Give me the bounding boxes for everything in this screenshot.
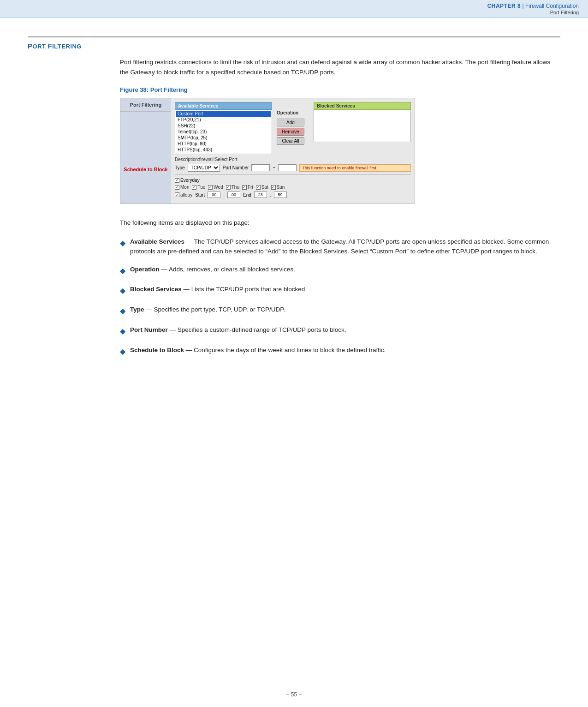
figure-right-col: Available Services Custom Port FTP(20,21… [171, 98, 415, 204]
diamond-icon-4: ◆ [120, 306, 125, 317]
end-hour-input[interactable] [254, 192, 267, 198]
desc-available-services: — The TCP/UDP services allowed access to… [130, 238, 549, 255]
term-available-services: Available Services [130, 238, 184, 245]
diamond-icon-3: ◆ [120, 285, 125, 297]
section-title: PORT FILTERING [28, 42, 82, 50]
intro-paragraph: Port filtering restricts connections to … [120, 57, 560, 77]
everyday-checkbox-label[interactable]: Everyday [175, 178, 200, 183]
services-row: Available Services Custom Port FTP(20,21… [175, 102, 411, 154]
chapter-label: CHAPTER 8 [487, 3, 521, 9]
term-type: Type [130, 306, 144, 313]
available-services-list[interactable]: Custom Port FTP(20,21) SSH(22) Telnet(tc… [175, 110, 272, 154]
days-row: Mon Tue Wed Thu [175, 185, 411, 190]
fri-checkbox[interactable] [242, 185, 247, 190]
diamond-icon-5: ◆ [120, 326, 125, 337]
end-min-input[interactable] [274, 192, 287, 198]
term-operation: Operation [130, 266, 160, 273]
bullet-text-1: Available Services — The TCP/UDP service… [130, 237, 560, 257]
bullet-available-services: ◆ Available Services — The TCP/UDP servi… [120, 237, 560, 257]
description-label: Description:firewall:Select Port [175, 157, 238, 162]
port-filtering-label: Port Filtering [120, 98, 171, 112]
header-subtitle: Port Filtering [550, 10, 579, 15]
everyday-checkbox[interactable] [175, 178, 179, 183]
desc-operation: — Adds, removes, or clears all blocked s… [160, 266, 295, 273]
operation-header: Operation [277, 110, 309, 115]
sat-label[interactable]: Sat [256, 185, 268, 190]
diamond-icon-2: ◆ [120, 265, 125, 277]
remove-button[interactable]: Remove [277, 128, 304, 136]
schedule-section: Everyday Mon Tue [175, 174, 411, 198]
type-select[interactable]: TCP/UDP TCP UDP [188, 164, 220, 172]
everyday-row: Everyday [175, 178, 411, 183]
blocked-services-header: Blocked Services [314, 102, 411, 110]
port-from-input[interactable] [251, 164, 270, 171]
service-item-ftp[interactable]: FTP(20,21) [176, 117, 271, 123]
fri-label[interactable]: Fri [242, 185, 253, 190]
figure-box: Port Filtering Schedule to Block Availab… [120, 98, 415, 204]
bullet-schedule-to-block: ◆ Schedule to Block — Configures the day… [120, 346, 560, 358]
mon-label[interactable]: Mon [175, 185, 189, 190]
wed-label[interactable]: Wed [208, 185, 223, 190]
desc-blocked-services: — Lists the TCP/UDP ports that are block… [182, 286, 305, 293]
tilde-separator: ~ [273, 165, 275, 170]
desc-port-number: — Specifies a custom-defined range of TC… [168, 326, 346, 333]
desc-type: — Specifies the port type, TCP, UDP, or … [144, 306, 285, 313]
term-port-number: Port Number [130, 326, 168, 333]
main-content: PORT FILTERING Port filtering restricts … [0, 18, 588, 394]
port-number-label: Port Number [223, 165, 249, 170]
clear-all-button[interactable]: Clear All [277, 137, 304, 145]
bullet-port-number: ◆ Port Number — Specifies a custom-defin… [120, 325, 560, 337]
bullet-text-5: Port Number — Specifies a custom-defined… [130, 325, 346, 335]
page-header: CHAPTER 8 | Firewall Configuration Port … [0, 0, 588, 18]
blocked-services-box: Blocked Services [314, 102, 411, 154]
start-hour-input[interactable] [208, 192, 220, 198]
add-button[interactable]: Add [277, 119, 304, 126]
bullet-text-6: Schedule to Block — Configures the days … [130, 346, 386, 355]
time-row: allday Start : End : [175, 192, 411, 198]
following-items-text: The following items are displayed on thi… [120, 218, 560, 228]
schedule-label: Schedule to Block [120, 163, 171, 176]
sun-label[interactable]: Sun [271, 185, 285, 190]
blocked-services-list [314, 110, 411, 142]
type-row: Type TCP/UDP TCP UDP Port Number ~ This … [175, 164, 411, 172]
figure-left-col: Port Filtering Schedule to Block [120, 98, 171, 204]
tue-label[interactable]: Tue [192, 185, 205, 190]
start-min-input[interactable] [227, 192, 240, 198]
warning-box: This function need to enable firewall fi… [299, 164, 411, 172]
bullet-text-2: Operation — Adds, removes, or clears all… [130, 265, 295, 275]
bullet-list: ◆ Available Services — The TCP/UDP servi… [120, 237, 560, 358]
type-label: Type [175, 165, 185, 170]
wed-checkbox[interactable] [208, 185, 213, 190]
term-blocked-services: Blocked Services [130, 286, 182, 293]
operation-col: Operation Add Remove Clear All [277, 102, 309, 154]
footer-text: – 55 – [286, 691, 302, 698]
available-services-header: Available Services [175, 102, 272, 110]
bullet-text-3: Blocked Services — Lists the TCP/UDP por… [130, 285, 305, 294]
desc-schedule-to-block: — Configures the days of the week and ti… [184, 347, 386, 354]
start-label: Start [195, 192, 205, 198]
sun-checkbox[interactable] [271, 185, 276, 190]
bullet-text-4: Type — Specifies the port type, TCP, UDP… [130, 305, 285, 315]
allday-checkbox[interactable] [175, 192, 179, 197]
bullet-operation: ◆ Operation — Adds, removes, or clears a… [120, 265, 560, 277]
port-to-input[interactable] [278, 164, 297, 171]
service-item-http[interactable]: HTTP(tcp, 80) [176, 141, 271, 147]
section-title-bar: PORT FILTERING [28, 36, 560, 50]
service-item-smtp[interactable]: SMTP(tcp, 25) [176, 135, 271, 141]
description-row: Description:firewall:Select Port [175, 157, 411, 162]
service-item-https[interactable]: HTTPS(tcp, 443) [176, 147, 271, 153]
thu-label[interactable]: Thu [226, 185, 239, 190]
service-item-custom-port[interactable]: Custom Port [176, 111, 271, 117]
bullet-blocked-services: ◆ Blocked Services — Lists the TCP/UDP p… [120, 285, 560, 297]
service-item-ssh[interactable]: SSH(22) [176, 123, 271, 129]
thu-checkbox[interactable] [226, 185, 231, 190]
page-footer: – 55 – [0, 691, 588, 698]
service-item-telnet[interactable]: Telnet(tcp, 23) [176, 129, 271, 135]
sat-checkbox[interactable] [256, 185, 261, 190]
header-separator: | [521, 3, 525, 9]
tue-checkbox[interactable] [192, 185, 196, 190]
mon-checkbox[interactable] [175, 185, 179, 190]
end-label: End [243, 192, 251, 198]
allday-label[interactable]: allday [175, 192, 192, 198]
diamond-icon-1: ◆ [120, 238, 125, 249]
